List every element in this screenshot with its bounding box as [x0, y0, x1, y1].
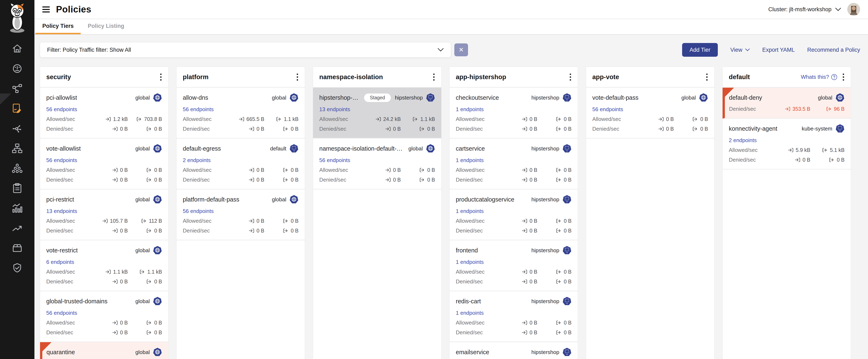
policy-traffic-filter-select[interactable]: Filter: Policy Traffic filter: Show All: [40, 42, 451, 58]
egress-stat: 0 B: [544, 218, 571, 224]
endpoints-link[interactable]: 1 endpoints: [456, 157, 484, 164]
sidebar-item-threat-defense[interactable]: [0, 258, 34, 278]
cluster-selector[interactable]: Cluster: jlt-msft-workshop: [768, 6, 841, 13]
allowed-per-sec-row: Allowed/sec0 B0 B: [456, 167, 571, 173]
endpoints-link[interactable]: 1 endpoints: [456, 259, 484, 265]
tier-menu-button[interactable]: [433, 73, 435, 81]
endpoints-link[interactable]: 2 endpoints: [183, 157, 211, 164]
egress-stat: 0 B: [680, 126, 708, 132]
endpoints-link[interactable]: 1 endpoints: [456, 208, 484, 214]
egress-value: 0 B: [291, 126, 299, 132]
denied-per-sec-label: Denied/sec: [46, 278, 73, 285]
endpoints-link[interactable]: 56 endpoints: [319, 157, 350, 164]
sidebar-item-home[interactable]: [0, 39, 34, 59]
policy-card-allow-dns[interactable]: allow-dnsglobal56 endpointsAllowed/sec66…: [177, 88, 305, 139]
sidebar-item-clusters[interactable]: [0, 158, 34, 178]
policy-card-emailservice[interactable]: emailservicehipstershopns1 endpointsAllo…: [450, 342, 578, 359]
sidebar-item-timeline[interactable]: [0, 198, 34, 218]
policy-card-checkoutservice[interactable]: checkoutservicehipstershopns1 endpointsA…: [450, 88, 578, 139]
tier-menu-button[interactable]: [706, 73, 708, 81]
policy-card-frontend[interactable]: frontendhipstershopns1 endpointsAllowed/…: [450, 240, 578, 291]
hamburger-menu-icon[interactable]: [42, 6, 50, 12]
endpoints-link[interactable]: 56 endpoints: [183, 106, 214, 113]
tier-name: namespace-isolation: [319, 73, 383, 81]
policy-card-pci-allowlist[interactable]: pci-allowlistglobal56 endpointsAllowed/s…: [40, 88, 168, 139]
tier-menu-button[interactable]: [842, 73, 844, 81]
allowed-per-sec-label: Allowed/sec: [183, 116, 212, 122]
home-icon: [11, 43, 23, 54]
egress-icon: [420, 126, 425, 132]
policy-card-namespace-isolation-default-p[interactable]: namespace-isolation-default-p…global56 e…: [313, 139, 441, 190]
sidebar-item-flow-visualizations[interactable]: [0, 118, 34, 138]
endpoints-link[interactable]: 56 endpoints: [46, 106, 77, 113]
sidebar-item-policies[interactable]: [0, 99, 34, 118]
kebab-menu-icon: [433, 73, 435, 81]
egress-value: 0 B: [154, 320, 162, 326]
endpoints-link[interactable]: 56 endpoints: [592, 106, 623, 113]
endpoints-link[interactable]: 56 endpoints: [46, 310, 77, 316]
sidebar-item-endpoints[interactable]: [0, 138, 34, 158]
endpoints-link[interactable]: 2 endpoints: [729, 137, 756, 143]
policy-card-default-egress[interactable]: default-egressdefaultns2 endpointsAllowe…: [177, 139, 305, 190]
endpoints-link[interactable]: 6 endpoints: [46, 259, 74, 265]
policy-card-vote-default-pass[interactable]: vote-default-passglobal56 endpointsAllow…: [586, 88, 714, 139]
namespace-scope-icon: ns: [426, 93, 435, 102]
add-tier-button[interactable]: Add Tier: [682, 43, 718, 57]
allowed-per-sec-label: Allowed/sec: [729, 147, 757, 153]
policy-card-productcatalogservice[interactable]: productcatalogservicehipstershopns1 endp…: [450, 190, 578, 240]
kebab-menu-icon: [842, 73, 844, 81]
endpoints-link[interactable]: 13 endpoints: [319, 106, 350, 113]
policy-card-quarantine[interactable]: quarantineglobal0 endpoints: [40, 342, 168, 359]
sidebar-item-alerts-trend[interactable]: [0, 218, 34, 238]
denied-per-sec-row: Denied/sec0 B0 B: [183, 126, 299, 132]
endpoints-link[interactable]: 56 endpoints: [183, 208, 214, 214]
clear-filter-button[interactable]: ✕: [454, 44, 468, 56]
tier-menu-button[interactable]: [296, 73, 299, 81]
allowed-per-sec-label: Allowed/sec: [46, 218, 75, 224]
allowed-per-sec-label: Allowed/sec: [456, 167, 485, 173]
egress-value: 0 B: [427, 126, 435, 132]
ingress-stat: 0 B: [499, 116, 537, 122]
policy-card-vote-restrict[interactable]: vote-restrictglobal6 endpointsAllowed/se…: [40, 240, 168, 291]
denied-per-sec-row: Denied/sec0 B0 B: [183, 227, 299, 234]
allowed-per-sec-row: Allowed/sec0 B0 B: [456, 320, 571, 326]
user-avatar[interactable]: [847, 3, 860, 16]
policy-card-pci-restrict[interactable]: pci-restrictglobal13 endpointsAllowed/se…: [40, 190, 168, 240]
tab-policy-tiers[interactable]: Policy Tiers: [35, 19, 81, 34]
tab-policy-listing[interactable]: Policy Listing: [81, 19, 131, 34]
egress-stat: 96 B: [816, 106, 844, 112]
egress-stat: 112 B: [134, 218, 162, 224]
policy-card-vote-allowlist[interactable]: vote-allowlistglobal56 endpointsAllowed/…: [40, 139, 168, 190]
ingress-icon: [112, 279, 118, 284]
view-button[interactable]: View: [730, 47, 750, 53]
sidebar-item-compliance[interactable]: [0, 178, 34, 198]
policy-card-hipstershop-gh[interactable]: hipstershop-gh…Stagedhipstershopns13 end…: [313, 88, 441, 139]
policy-card-cartservice[interactable]: cartservicehipstershopns1 endpointsAllow…: [450, 139, 578, 190]
policy-name: platform-default-pass: [183, 196, 239, 203]
kebab-menu-icon: [706, 73, 708, 81]
egress-value: 0 B: [837, 157, 844, 163]
sidebar-item-dashboard[interactable]: [0, 59, 34, 79]
endpoints-link[interactable]: 13 endpoints: [46, 208, 77, 214]
endpoints-link[interactable]: 56 endpoints: [46, 157, 77, 164]
sidebar-item-image-assurance[interactable]: [0, 238, 34, 258]
policy-card-default-deny[interactable]: default-denyglobalDenied/sec353.5 B96 B: [722, 88, 851, 119]
tier-menu-button[interactable]: [569, 73, 571, 81]
egress-icon: [147, 320, 152, 326]
policy-card-global-trusted-domains[interactable]: global-trusted-domainsglobal56 endpoints…: [40, 291, 168, 342]
egress-icon: [283, 218, 288, 224]
policy-name: cartservice: [456, 145, 485, 152]
global-scope-icon: [153, 144, 162, 153]
policy-card-redis-cart[interactable]: redis-carthipstershopns1 endpointsAllowe…: [450, 291, 578, 342]
whats-this-link[interactable]: Whats this?: [801, 74, 837, 80]
ingress-stat: 0 B: [363, 177, 401, 183]
policy-card-platform-default-pass[interactable]: platform-default-passglobal56 endpointsA…: [177, 190, 305, 240]
endpoints-link[interactable]: 1 endpoints: [456, 106, 484, 113]
policy-card-konnectivity-agent[interactable]: konnectivity-agentkube-systemns2 endpoin…: [722, 119, 851, 169]
recommend-policy-button[interactable]: Recommend a Policy: [807, 47, 860, 53]
tier-menu-button[interactable]: [160, 73, 162, 81]
endpoints-link[interactable]: 1 endpoints: [456, 310, 484, 316]
export-yaml-button[interactable]: Export YAML: [762, 47, 795, 53]
egress-value: 112 B: [149, 218, 162, 224]
ingress-stat: 0 B: [226, 228, 264, 234]
